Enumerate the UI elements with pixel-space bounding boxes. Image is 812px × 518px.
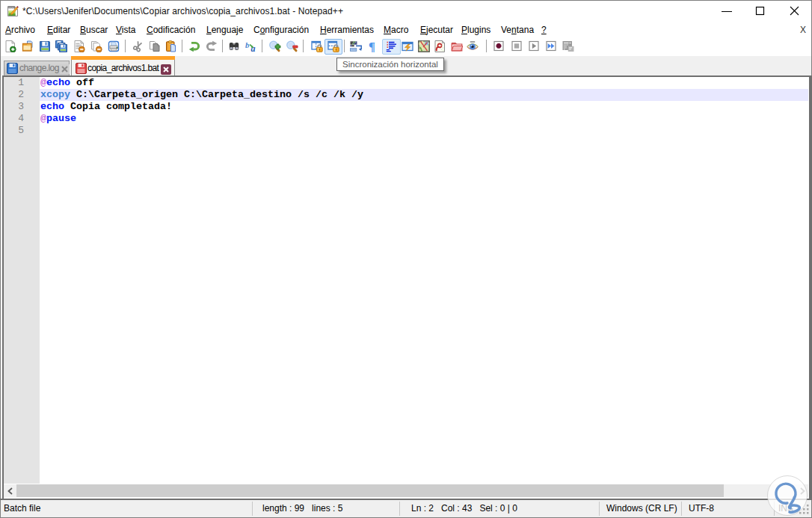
svg-text:a: a <box>251 43 256 52</box>
svg-text:¶: ¶ <box>369 40 375 52</box>
svg-text:b: b <box>245 40 250 49</box>
